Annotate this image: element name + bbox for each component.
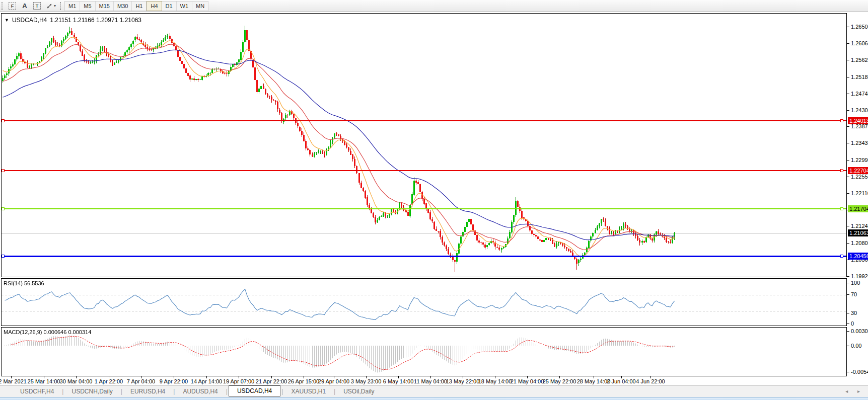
main-chart-canvas[interactable] [2, 14, 846, 277]
price-tick-tick [847, 160, 849, 161]
price-tick-tick [847, 143, 849, 143]
chart-header: ▼ USDCAD,H4 1.21151 1.21166 1.20971 1.21… [5, 17, 141, 24]
text-tool-button[interactable]: A [19, 1, 30, 11]
current-price-label: 1.21063 [848, 229, 868, 236]
toolbar-grip[interactable] [60, 2, 62, 10]
price-tick-label: 1.26060 [851, 40, 868, 46]
date-label: 14 Apr 14:00 [191, 378, 222, 384]
price-tick-label: 1.25620 [851, 57, 868, 63]
price-tick-tick [847, 77, 849, 77]
price-tick-tick [847, 243, 849, 244]
tab-xauusd-h1[interactable]: XAUUSD,H1 [284, 386, 333, 396]
date-label: 19 Apr 07:00 [223, 378, 254, 384]
timeframe-button-MN[interactable]: MN [192, 2, 208, 11]
date-label: 2 Jun 04:00 [607, 378, 636, 384]
tab-divider: | [61, 388, 64, 395]
rsi-tick-tick [847, 283, 849, 283]
chart-symbol: USDCAD,H4 [12, 17, 47, 24]
date-label: 13 May 22:00 [446, 378, 480, 384]
price-axis[interactable]: 1.265001.260601.256201.251801.247401.243… [847, 12, 868, 377]
hline-price-label: 1.24013 [848, 117, 868, 124]
price-tick-label: 1.26500 [851, 24, 868, 30]
date-label: 11 May 04:00 [414, 378, 447, 384]
price-tick-label: 1.21240 [851, 223, 868, 229]
timeframe-button-H4[interactable]: H4 [147, 1, 162, 11]
dropdown-caret-icon: ▾ [54, 4, 56, 8]
macd-tick-label: 0.003035 [851, 328, 868, 334]
date-label: 3 May 23:00 [351, 378, 382, 384]
rsi-label: RSI(14) 56.5536 [4, 280, 44, 286]
price-tick-tick [847, 260, 849, 260]
price-tick-label: 1.25180 [851, 74, 868, 80]
timeframe-button-M5[interactable]: M5 [80, 2, 95, 11]
price-tick-label: 1.22550 [851, 174, 868, 180]
price-tick-label: 1.24740 [851, 91, 868, 97]
timeframe-button-M30[interactable]: M30 [114, 2, 132, 11]
timeframe-group: M1M5M15M30H1H4D1W1MN [64, 1, 208, 11]
macd-tick-tick [847, 331, 849, 332]
tab-scroll-arrows[interactable]: ◂ ▸ [845, 388, 864, 394]
price-tick-tick [847, 110, 849, 111]
tab-divider: | [120, 388, 123, 395]
date-label: 7 Apr 04:00 [127, 378, 155, 384]
chart-ohlc: 1.21151 1.21166 1.20971 1.21063 [50, 17, 141, 24]
text-a-icon: A [22, 2, 27, 10]
text-label-button[interactable]: T [31, 1, 43, 11]
tab-eurusd-h4[interactable]: EURUSD,H4 [123, 386, 172, 396]
tab-divider: | [225, 388, 229, 395]
date-label: 22 Mar 2021 [0, 378, 27, 384]
hline-price-label: 1.21704 [848, 205, 868, 212]
toolbar: F A T ▾ M1M5M15M30H1H4D1W1MN [0, 0, 868, 12]
timeframe-button-W1[interactable]: W1 [177, 2, 193, 11]
date-label: 1 Apr 22:00 [95, 378, 123, 384]
hline-price-label: 1.22704 [848, 167, 868, 174]
rsi-tick-label: 100 [851, 280, 860, 286]
timeframe-button-H1[interactable]: H1 [132, 2, 147, 11]
rsi-tick-label: 0 [851, 321, 854, 327]
date-label: 25 May 22:00 [543, 378, 576, 384]
price-tick-label: 1.22990 [851, 157, 868, 163]
rsi-tick-label: 30 [851, 310, 857, 316]
timeframe-button-M15[interactable]: M15 [96, 2, 114, 11]
price-tick-tick [847, 43, 849, 44]
macd-tick-label: 0.00 [851, 343, 861, 349]
date-label: 21 May 04:00 [511, 378, 544, 384]
tab-audusd-h4[interactable]: AUDUSD,H4 [176, 386, 225, 396]
symbol-dropdown-icon[interactable]: ▼ [5, 18, 9, 23]
price-tick-tick [847, 226, 849, 226]
tab-usdcad-h4[interactable]: USDCAD,H4 [229, 385, 280, 396]
chart-template-button[interactable]: F [7, 1, 18, 11]
tab-divider: | [333, 388, 336, 395]
date-label: 30 Mar 04:00 [60, 378, 93, 384]
rsi-panel: RSI(14) 56.5536 [1, 278, 847, 326]
arrow-objects-button[interactable]: ▾ [44, 1, 58, 11]
time-axis[interactable]: 22 Mar 202125 Mar 14:0030 Mar 04:001 Apr… [1, 376, 847, 385]
date-label: 26 Apr 15:00 [288, 378, 319, 384]
date-label: 4 Jun 22:00 [636, 378, 665, 384]
macd-canvas[interactable] [2, 328, 846, 376]
price-tick-tick [847, 276, 849, 277]
chart-tab-bar: USDCHF,H4|USDCNH,Daily|EURUSD,H4|AUDUSD,… [0, 385, 868, 397]
timeframe-button-M1[interactable]: M1 [65, 2, 80, 11]
date-label: 18 May 14:00 [478, 378, 512, 384]
price-tick-label: 1.23430 [851, 140, 868, 146]
rsi-canvas[interactable] [2, 279, 846, 326]
price-tick-label: 1.22110 [851, 190, 868, 196]
price-tick-label: 1.20800 [851, 240, 868, 246]
tab-divider: | [172, 388, 176, 395]
arrow-objects-icon [46, 3, 53, 10]
chart-template-icon: F [9, 2, 16, 10]
price-tick-tick [847, 27, 849, 27]
price-tick-tick [847, 60, 849, 60]
tab-usdcnh-daily[interactable]: USDCNH,Daily [64, 386, 119, 396]
price-tick-tick [847, 126, 849, 127]
rsi-tick-label: 70 [851, 291, 857, 297]
tab-usdchf-h4[interactable]: USDCHF,H4 [13, 386, 61, 396]
timeframe-button-D1[interactable]: D1 [162, 2, 177, 11]
tab-usoil-daily[interactable]: USOil,Daily [336, 386, 381, 396]
rsi-tick-tick [847, 313, 849, 313]
toolbar-grip[interactable] [2, 2, 4, 10]
price-tick-tick [847, 177, 849, 177]
macd-tick-label: -0.005429 [851, 369, 868, 375]
price-tick-tick [847, 193, 849, 194]
